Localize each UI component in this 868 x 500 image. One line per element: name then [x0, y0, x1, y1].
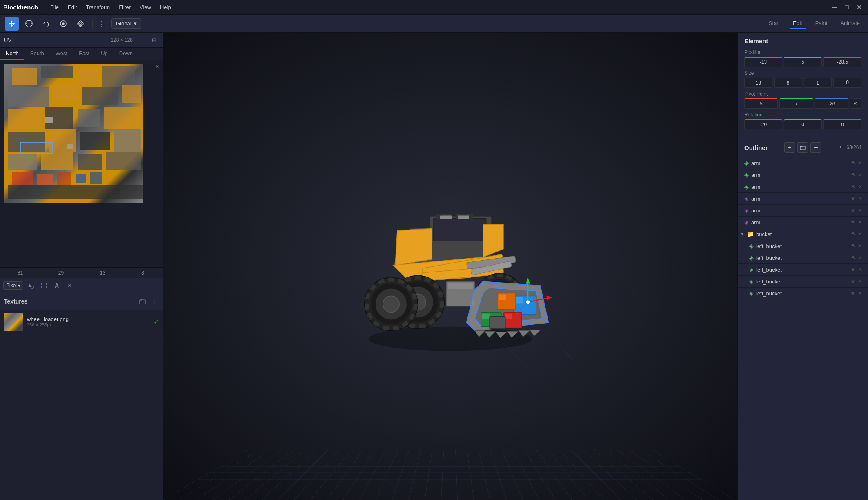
delete-item-button[interactable]: ✕: [857, 278, 863, 285]
outliner-item-arm-6[interactable]: ◈ arm 👁 ✕: [738, 217, 868, 228]
delete-item-button[interactable]: ✕: [857, 290, 863, 297]
outliner-item-arm-1[interactable]: ◈ arm 👁 ✕: [738, 157, 868, 169]
delete-item-button[interactable]: ✕: [857, 254, 863, 261]
delete-item-button[interactable]: ✕: [857, 266, 863, 273]
delete-item-button[interactable]: ✕: [857, 183, 863, 190]
outliner-item-arm-3[interactable]: ◈ arm 👁 ✕: [738, 181, 868, 193]
outliner-item-left-bucket-5[interactable]: ◈ left_bucket 👁 ✕: [738, 288, 868, 299]
menu-edit[interactable]: Edit: [64, 2, 81, 12]
pivot-z-input[interactable]: -26: [815, 98, 848, 109]
delete-item-button[interactable]: ✕: [857, 242, 863, 250]
visibility-toggle[interactable]: 👁: [850, 242, 857, 250]
tab-start[interactable]: Start: [766, 18, 783, 29]
uv-canvas[interactable]: ✕: [0, 60, 163, 267]
visibility-toggle[interactable]: 👁: [850, 171, 857, 179]
add-texture-button[interactable]: +: [126, 297, 136, 306]
more-tools-button[interactable]: ⋮: [98, 19, 105, 28]
delete-item-button[interactable]: ✕: [857, 207, 863, 214]
outliner-item-arm-5[interactable]: ◈ arm 👁 ✕: [738, 205, 868, 217]
outliner-item-left-bucket-3[interactable]: ◈ left_bucket 👁 ✕: [738, 264, 868, 276]
outliner-item-left-bucket-2[interactable]: ◈ left_bucket 👁 ✕: [738, 252, 868, 264]
menu-view[interactable]: View: [136, 2, 155, 12]
orbit-tool-button[interactable]: [73, 17, 87, 31]
visibility-toggle[interactable]: 👁: [850, 219, 857, 226]
expand-view-button[interactable]: [38, 280, 49, 291]
tab-animate[interactable]: Animate: [837, 18, 863, 29]
visibility-toggle[interactable]: 👁: [850, 159, 857, 167]
pivot-x-input[interactable]: 5: [744, 98, 778, 109]
global-mode-dropdown[interactable]: Global ▾: [111, 18, 141, 29]
menu-help[interactable]: Help: [156, 2, 175, 12]
outliner-add-button[interactable]: +: [784, 142, 795, 153]
viewport-3d[interactable]: [163, 33, 737, 500]
outliner-count: 63/264: [846, 145, 861, 150]
visibility-toggle[interactable]: 👁: [850, 290, 857, 297]
maximize-button[interactable]: □: [841, 2, 852, 13]
tab-north[interactable]: North: [0, 48, 24, 60]
visibility-toggle[interactable]: 👁: [850, 195, 857, 202]
close-button[interactable]: ✕: [853, 2, 865, 13]
add-folder-button[interactable]: [138, 297, 147, 306]
size-z-input[interactable]: 1: [804, 78, 832, 88]
visibility-toggle[interactable]: 👁: [850, 266, 857, 273]
tab-edit[interactable]: Edit: [790, 18, 805, 29]
size-w-input[interactable]: 0: [833, 78, 861, 88]
tab-up[interactable]: Up: [95, 48, 114, 60]
rotation-y-input[interactable]: 0: [784, 119, 822, 129]
delete-item-button[interactable]: ✕: [857, 230, 863, 238]
rotation-z-input[interactable]: 0: [823, 119, 861, 129]
visibility-toggle[interactable]: 👁: [850, 207, 857, 214]
delete-item-button[interactable]: ✕: [857, 171, 863, 179]
outliner-item-left-bucket-4[interactable]: ◈ left_bucket 👁 ✕: [738, 276, 868, 288]
outliner-folder-bucket[interactable]: ▾ 📁 bucket 👁 ✕: [738, 228, 868, 240]
rotate-tool-button[interactable]: [39, 17, 53, 31]
outliner-item-arm-2[interactable]: ◈ arm 👁 ✕: [738, 169, 868, 181]
uv-window-icon[interactable]: □: [137, 35, 147, 45]
uv-more-options[interactable]: ⋮: [148, 280, 160, 291]
menu-filter[interactable]: Filter: [115, 2, 135, 12]
more-options-icon[interactable]: ⋮: [838, 145, 843, 151]
tab-paint[interactable]: Paint: [812, 18, 831, 29]
toolbar-separator-1: [92, 19, 93, 29]
pixel-mode-dropdown[interactable]: Pixel ▾: [3, 281, 23, 290]
more-texture-options[interactable]: ⋮: [149, 297, 159, 306]
uv-close-button[interactable]: ✕: [155, 63, 160, 70]
delete-item-button[interactable]: ✕: [857, 219, 863, 226]
outliner-add-folder-button[interactable]: [797, 142, 808, 153]
tab-down[interactable]: Down: [114, 48, 138, 60]
outliner-item-arm-4[interactable]: ◈ arm 👁 ✕: [738, 193, 868, 205]
size-x-input[interactable]: 13: [744, 78, 772, 88]
position-z-input[interactable]: -28.5: [823, 57, 861, 67]
delete-item-button[interactable]: ✕: [857, 195, 863, 202]
position-y-input[interactable]: 5: [784, 57, 822, 67]
outliner-item-left-bucket-1[interactable]: ◈ left_bucket 👁 ✕: [738, 240, 868, 252]
delete-item-button[interactable]: ✕: [857, 159, 863, 167]
tab-south[interactable]: South: [24, 48, 50, 60]
outliner-remove-button[interactable]: ─: [810, 142, 821, 153]
texture-item[interactable]: wheel_loader.png 256 × 256px ✓: [0, 310, 163, 334]
cube-icon-green: ◈: [749, 290, 754, 297]
text-tool-button[interactable]: A: [51, 280, 62, 291]
visibility-toggle[interactable]: 👁: [850, 254, 857, 261]
minimize-button[interactable]: ─: [829, 2, 840, 13]
position-x-input[interactable]: -13: [744, 57, 782, 67]
pivot-tool-button[interactable]: [56, 17, 70, 31]
visibility-toggle[interactable]: 👁: [850, 183, 857, 190]
pivot-y-input[interactable]: 7: [779, 98, 813, 109]
tab-east[interactable]: East: [73, 48, 95, 60]
size-y-input[interactable]: 8: [774, 78, 802, 88]
fill-tool-button[interactable]: [25, 280, 36, 291]
select-tool-button[interactable]: [22, 17, 36, 31]
position-label: Position: [744, 49, 861, 55]
clear-tool-button[interactable]: ✕: [64, 280, 76, 291]
rotation-x-input[interactable]: -20: [744, 119, 782, 129]
menu-file[interactable]: File: [46, 2, 63, 12]
visibility-toggle[interactable]: 👁: [850, 278, 857, 285]
visibility-toggle[interactable]: 👁: [850, 230, 857, 238]
menu-transform[interactable]: Transform: [82, 2, 114, 12]
item-actions: 👁 ✕: [850, 242, 863, 250]
move-tool-button[interactable]: [5, 17, 19, 31]
uv-grid-icon[interactable]: ⊞: [149, 35, 159, 45]
pivot-snap-button[interactable]: ⊙: [850, 98, 861, 109]
tab-west[interactable]: West: [50, 48, 73, 60]
